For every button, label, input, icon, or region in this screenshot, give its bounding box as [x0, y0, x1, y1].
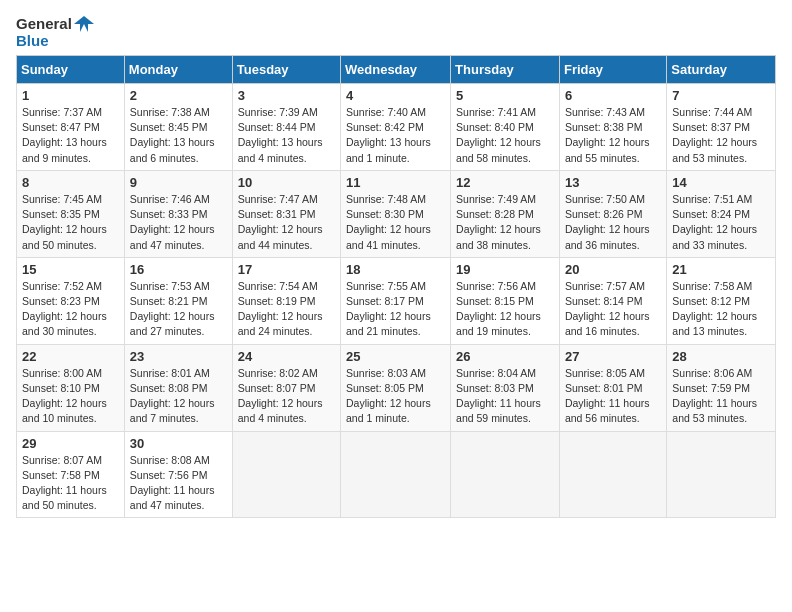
day-number: 9	[130, 175, 227, 190]
calendar-cell: 7Sunrise: 7:44 AMSunset: 8:37 PMDaylight…	[667, 84, 776, 171]
day-number: 18	[346, 262, 445, 277]
day-number: 24	[238, 349, 335, 364]
day-number: 10	[238, 175, 335, 190]
day-number: 14	[672, 175, 770, 190]
calendar-table: SundayMondayTuesdayWednesdayThursdayFrid…	[16, 55, 776, 518]
day-number: 2	[130, 88, 227, 103]
calendar-cell: 22Sunrise: 8:00 AMSunset: 8:10 PMDayligh…	[17, 344, 125, 431]
day-number: 13	[565, 175, 661, 190]
calendar-cell: 30Sunrise: 8:08 AMSunset: 7:56 PMDayligh…	[124, 431, 232, 518]
calendar-cell: 25Sunrise: 8:03 AMSunset: 8:05 PMDayligh…	[341, 344, 451, 431]
calendar-cell: 9Sunrise: 7:46 AMSunset: 8:33 PMDaylight…	[124, 170, 232, 257]
day-info: Sunrise: 7:44 AMSunset: 8:37 PMDaylight:…	[672, 105, 770, 166]
calendar-cell: 10Sunrise: 7:47 AMSunset: 8:31 PMDayligh…	[232, 170, 340, 257]
day-info: Sunrise: 8:02 AMSunset: 8:07 PMDaylight:…	[238, 366, 335, 427]
svg-marker-0	[74, 16, 94, 32]
calendar-week-row: 22Sunrise: 8:00 AMSunset: 8:10 PMDayligh…	[17, 344, 776, 431]
calendar-cell: 18Sunrise: 7:55 AMSunset: 8:17 PMDayligh…	[341, 257, 451, 344]
logo-text-general: General	[16, 16, 72, 33]
day-info: Sunrise: 8:00 AMSunset: 8:10 PMDaylight:…	[22, 366, 119, 427]
weekday-header-saturday: Saturday	[667, 56, 776, 84]
day-info: Sunrise: 7:52 AMSunset: 8:23 PMDaylight:…	[22, 279, 119, 340]
calendar-week-row: 15Sunrise: 7:52 AMSunset: 8:23 PMDayligh…	[17, 257, 776, 344]
day-number: 4	[346, 88, 445, 103]
day-number: 7	[672, 88, 770, 103]
calendar-cell: 19Sunrise: 7:56 AMSunset: 8:15 PMDayligh…	[451, 257, 560, 344]
calendar-cell: 3Sunrise: 7:39 AMSunset: 8:44 PMDaylight…	[232, 84, 340, 171]
day-number: 20	[565, 262, 661, 277]
day-number: 11	[346, 175, 445, 190]
calendar-cell: 24Sunrise: 8:02 AMSunset: 8:07 PMDayligh…	[232, 344, 340, 431]
calendar-cell: 27Sunrise: 8:05 AMSunset: 8:01 PMDayligh…	[559, 344, 666, 431]
day-info: Sunrise: 7:43 AMSunset: 8:38 PMDaylight:…	[565, 105, 661, 166]
day-number: 25	[346, 349, 445, 364]
day-info: Sunrise: 7:39 AMSunset: 8:44 PMDaylight:…	[238, 105, 335, 166]
calendar-cell: 13Sunrise: 7:50 AMSunset: 8:26 PMDayligh…	[559, 170, 666, 257]
calendar-cell: 23Sunrise: 8:01 AMSunset: 8:08 PMDayligh…	[124, 344, 232, 431]
day-info: Sunrise: 7:57 AMSunset: 8:14 PMDaylight:…	[565, 279, 661, 340]
logo-container: General Blue	[16, 16, 94, 49]
day-info: Sunrise: 7:51 AMSunset: 8:24 PMDaylight:…	[672, 192, 770, 253]
weekday-header-row: SundayMondayTuesdayWednesdayThursdayFrid…	[17, 56, 776, 84]
calendar-cell: 5Sunrise: 7:41 AMSunset: 8:40 PMDaylight…	[451, 84, 560, 171]
day-number: 8	[22, 175, 119, 190]
day-info: Sunrise: 8:01 AMSunset: 8:08 PMDaylight:…	[130, 366, 227, 427]
logo-text-blue: Blue	[16, 33, 49, 50]
calendar-cell	[232, 431, 340, 518]
day-info: Sunrise: 7:41 AMSunset: 8:40 PMDaylight:…	[456, 105, 554, 166]
calendar-cell: 16Sunrise: 7:53 AMSunset: 8:21 PMDayligh…	[124, 257, 232, 344]
day-info: Sunrise: 7:47 AMSunset: 8:31 PMDaylight:…	[238, 192, 335, 253]
calendar-cell: 28Sunrise: 8:06 AMSunset: 7:59 PMDayligh…	[667, 344, 776, 431]
day-number: 30	[130, 436, 227, 451]
day-info: Sunrise: 7:45 AMSunset: 8:35 PMDaylight:…	[22, 192, 119, 253]
day-number: 6	[565, 88, 661, 103]
day-info: Sunrise: 7:46 AMSunset: 8:33 PMDaylight:…	[130, 192, 227, 253]
day-number: 21	[672, 262, 770, 277]
day-number: 28	[672, 349, 770, 364]
calendar-cell	[559, 431, 666, 518]
calendar-cell: 1Sunrise: 7:37 AMSunset: 8:47 PMDaylight…	[17, 84, 125, 171]
calendar-cell: 6Sunrise: 7:43 AMSunset: 8:38 PMDaylight…	[559, 84, 666, 171]
day-number: 12	[456, 175, 554, 190]
day-info: Sunrise: 7:38 AMSunset: 8:45 PMDaylight:…	[130, 105, 227, 166]
day-info: Sunrise: 7:56 AMSunset: 8:15 PMDaylight:…	[456, 279, 554, 340]
weekday-header-thursday: Thursday	[451, 56, 560, 84]
calendar-cell: 2Sunrise: 7:38 AMSunset: 8:45 PMDaylight…	[124, 84, 232, 171]
calendar-cell: 21Sunrise: 7:58 AMSunset: 8:12 PMDayligh…	[667, 257, 776, 344]
calendar-week-row: 29Sunrise: 8:07 AMSunset: 7:58 PMDayligh…	[17, 431, 776, 518]
calendar-cell: 17Sunrise: 7:54 AMSunset: 8:19 PMDayligh…	[232, 257, 340, 344]
weekday-header-wednesday: Wednesday	[341, 56, 451, 84]
calendar-cell	[667, 431, 776, 518]
day-number: 3	[238, 88, 335, 103]
calendar-cell	[451, 431, 560, 518]
day-number: 22	[22, 349, 119, 364]
calendar-cell: 14Sunrise: 7:51 AMSunset: 8:24 PMDayligh…	[667, 170, 776, 257]
day-number: 26	[456, 349, 554, 364]
page-header: General Blue	[16, 16, 776, 49]
day-number: 5	[456, 88, 554, 103]
calendar-cell: 11Sunrise: 7:48 AMSunset: 8:30 PMDayligh…	[341, 170, 451, 257]
calendar-cell: 8Sunrise: 7:45 AMSunset: 8:35 PMDaylight…	[17, 170, 125, 257]
day-info: Sunrise: 7:50 AMSunset: 8:26 PMDaylight:…	[565, 192, 661, 253]
day-number: 29	[22, 436, 119, 451]
day-info: Sunrise: 8:05 AMSunset: 8:01 PMDaylight:…	[565, 366, 661, 427]
day-info: Sunrise: 8:04 AMSunset: 8:03 PMDaylight:…	[456, 366, 554, 427]
logo: General Blue	[16, 16, 94, 49]
day-info: Sunrise: 7:53 AMSunset: 8:21 PMDaylight:…	[130, 279, 227, 340]
calendar-cell: 29Sunrise: 8:07 AMSunset: 7:58 PMDayligh…	[17, 431, 125, 518]
day-info: Sunrise: 8:06 AMSunset: 7:59 PMDaylight:…	[672, 366, 770, 427]
day-number: 19	[456, 262, 554, 277]
weekday-header-monday: Monday	[124, 56, 232, 84]
day-info: Sunrise: 7:48 AMSunset: 8:30 PMDaylight:…	[346, 192, 445, 253]
day-number: 1	[22, 88, 119, 103]
calendar-cell: 4Sunrise: 7:40 AMSunset: 8:42 PMDaylight…	[341, 84, 451, 171]
calendar-week-row: 8Sunrise: 7:45 AMSunset: 8:35 PMDaylight…	[17, 170, 776, 257]
weekday-header-sunday: Sunday	[17, 56, 125, 84]
day-info: Sunrise: 7:54 AMSunset: 8:19 PMDaylight:…	[238, 279, 335, 340]
calendar-cell	[341, 431, 451, 518]
day-number: 27	[565, 349, 661, 364]
day-number: 17	[238, 262, 335, 277]
day-info: Sunrise: 8:07 AMSunset: 7:58 PMDaylight:…	[22, 453, 119, 514]
calendar-week-row: 1Sunrise: 7:37 AMSunset: 8:47 PMDaylight…	[17, 84, 776, 171]
day-number: 16	[130, 262, 227, 277]
